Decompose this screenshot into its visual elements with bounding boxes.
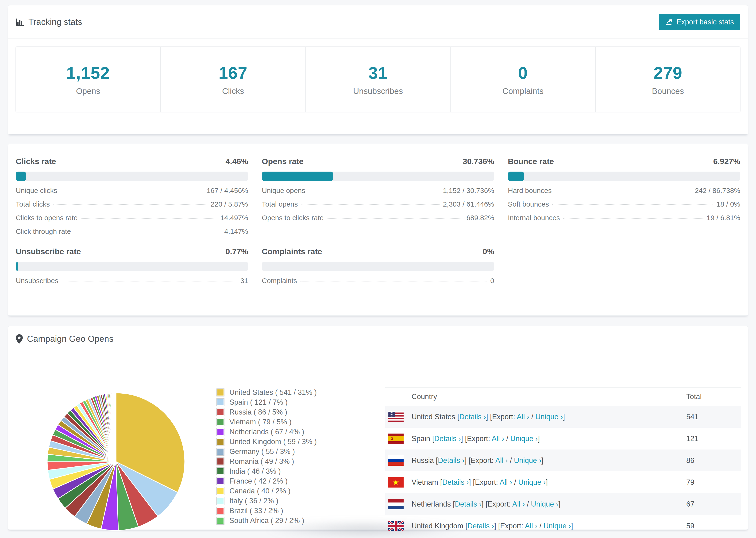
geo-column-country: Country (411, 393, 686, 401)
dotted-leader (552, 204, 713, 205)
legend-swatch-netherlands (216, 428, 225, 436)
rate-row-label: Soft bounces (508, 200, 549, 208)
dotted-leader (301, 204, 440, 205)
stat-label-clicks: Clicks (222, 86, 244, 96)
dotted-leader (555, 191, 692, 191)
geo-row-germany: Germany [Details ›] [Export: All › / Uni… (385, 537, 741, 538)
export-unique-link-vietnam[interactable]: Unique › (518, 478, 546, 486)
stat-label-complaints: Complaints (503, 86, 544, 96)
stat-label-opens: Opens (76, 86, 100, 96)
rate-row-complaints: Complaints0 (262, 277, 494, 285)
export-all-link-united-kingdom[interactable]: All › (525, 522, 537, 530)
rate-bar-fill-bounce-rate (508, 172, 524, 181)
rate-row-value: 19 / 6.81% (707, 214, 740, 222)
legend-swatch-united-kingdom (216, 438, 225, 446)
legend-label: Spain ( 121 / 7% ) (229, 398, 288, 406)
legend-swatch-vietnam (216, 418, 225, 426)
export-all-link-spain[interactable]: All › (492, 435, 504, 443)
geo-row-spain: Spain [Details ›] [Export: All › / Uniqu… (385, 428, 741, 450)
legend-label: Vietnam ( 79 / 5% ) (229, 418, 292, 426)
rate-row-value: 14.497% (220, 214, 248, 222)
details-link-vietnam[interactable]: Details › (442, 478, 469, 486)
rate-row-label: Internal bounces (508, 214, 560, 222)
geo-total-spain: 121 (686, 435, 741, 443)
stat-value-complaints: 0 (518, 63, 528, 82)
export-all-link-vietnam[interactable]: All › (500, 478, 512, 486)
rates-card: Clicks rate4.46%Unique clicks167 / 4.456… (8, 144, 748, 316)
rate-row-unsubscribes: Unsubscribes31 (16, 277, 248, 285)
export-all-link-netherlands[interactable]: All › (512, 500, 525, 508)
rate-panel-unsubscribe-rate: Unsubscribe rate0.77%Unsubscribes31 (16, 247, 248, 285)
flag-icon-gb (388, 521, 404, 531)
dotted-leader (327, 218, 463, 219)
geo-total-russia: 86 (686, 456, 741, 465)
details-link-spain[interactable]: Details › (434, 435, 461, 443)
export-unique-link-russia[interactable]: Unique › (514, 456, 541, 464)
rate-value-bounce-rate: 6.927% (713, 157, 740, 166)
export-unique-link-spain[interactable]: Unique › (510, 435, 538, 443)
legend-swatch-germany (216, 448, 225, 456)
legend-label: United States ( 541 / 31% ) (229, 388, 317, 397)
legend-item-united-states: United States ( 541 / 31% ) (216, 388, 317, 398)
geo-row-vietnam: Vietnam [Details ›] [Export: All › / Uni… (385, 471, 741, 493)
rate-bar-bounce-rate (508, 172, 740, 181)
export-unique-link-united-states[interactable]: Unique › (535, 413, 563, 421)
rate-value-clicks-rate: 4.46% (226, 157, 248, 166)
details-link-united-kingdom[interactable]: Details › (467, 522, 494, 530)
rate-row-label: Unique opens (262, 187, 305, 194)
rate-row-unique-opens: Unique opens1,152 / 30.736% (262, 187, 494, 194)
export-all-link-russia[interactable]: All › (495, 456, 508, 464)
rate-bar-fill-opens-rate (262, 172, 333, 181)
legend-swatch-france (216, 477, 225, 485)
dotted-leader (62, 281, 237, 282)
legend-item-spain: Spain ( 121 / 7% ) (216, 398, 317, 407)
rate-row-label: Opens to clicks rate (262, 214, 324, 222)
export-all-link-united-states[interactable]: All › (517, 413, 529, 421)
legend-item-russia: Russia ( 86 / 5% ) (216, 407, 317, 417)
rate-title-opens-rate: Opens rate (262, 157, 303, 166)
details-link-netherlands[interactable]: Details › (455, 500, 482, 508)
details-link-united-states[interactable]: Details › (459, 413, 486, 421)
export-unique-link-netherlands[interactable]: Unique › (531, 500, 558, 508)
rate-row-internal-bounces: Internal bounces19 / 6.81% (508, 214, 740, 222)
export-button-label: Export basic stats (676, 18, 734, 26)
export-unique-link-united-kingdom[interactable]: Unique › (544, 522, 571, 530)
rate-row-total-clicks: Total clicks220 / 5.87% (16, 200, 248, 208)
geo-column-total: Total (686, 393, 741, 401)
geo-total-united-states: 541 (686, 413, 741, 421)
export-basic-stats-button[interactable]: Export basic stats (659, 14, 740, 30)
rate-bar-complaints-rate (262, 262, 494, 271)
tracking-stats-strip: 1,152Opens167Clicks31Unsubscribes0Compla… (16, 46, 740, 112)
geo-country-cell: Vietnam [Details ›] [Export: All › / Uni… (411, 478, 686, 487)
rate-row-unique-clicks: Unique clicks167 / 4.456% (16, 187, 248, 194)
legend-label: United Kingdom ( 59 / 3% ) (229, 438, 317, 446)
rate-row-value: 1,152 / 30.736% (443, 187, 494, 194)
rate-row-label: Click through rate (16, 228, 71, 236)
rate-row-value: 689.82% (466, 214, 494, 222)
legend-label: Germany ( 55 / 3% ) (229, 447, 295, 456)
geo-country-cell: Netherlands [Details ›] [Export: All › /… (411, 500, 686, 509)
stat-cell-clicks: 167Clicks (161, 47, 305, 112)
details-link-russia[interactable]: Details › (438, 456, 465, 464)
legend-swatch-brazil (216, 507, 225, 515)
legend-label: Netherlands ( 67 / 4% ) (229, 428, 304, 436)
geo-row-united-kingdom: United Kingdom [Details ›] [Export: All … (385, 515, 741, 537)
rate-row-label: Unsubscribes (16, 277, 58, 285)
geo-table-header: Country Total (385, 388, 741, 406)
rate-row-opens-to-clicks-rate: Opens to clicks rate689.82% (262, 214, 494, 222)
geo-row-netherlands: Netherlands [Details ›] [Export: All › /… (385, 493, 741, 515)
geo-total-united-kingdom: 59 (686, 522, 741, 530)
legend-item-germany: Germany ( 55 / 3% ) (216, 447, 317, 457)
rate-row-clicks-to-opens-rate: Clicks to opens rate14.497% (16, 214, 248, 222)
geo-header: Campaign Geo Opens (8, 326, 748, 352)
geo-total-netherlands: 67 (686, 500, 741, 509)
rate-panel-clicks-rate: Clicks rate4.46%Unique clicks167 / 4.456… (16, 157, 248, 236)
legend-swatch-canada (216, 487, 225, 495)
export-icon (665, 18, 673, 26)
flag-icon-nl (388, 499, 404, 510)
tracking-stats-header: Tracking stats Export basic stats (8, 5, 748, 39)
geo-row-united-states: United States [Details ›] [Export: All ›… (385, 406, 741, 428)
rate-panel-bounce-rate: Bounce rate6.927%Hard bounces242 / 86.73… (508, 157, 740, 236)
rate-row-value: 167 / 4.456% (207, 187, 248, 194)
dotted-leader (61, 191, 203, 191)
